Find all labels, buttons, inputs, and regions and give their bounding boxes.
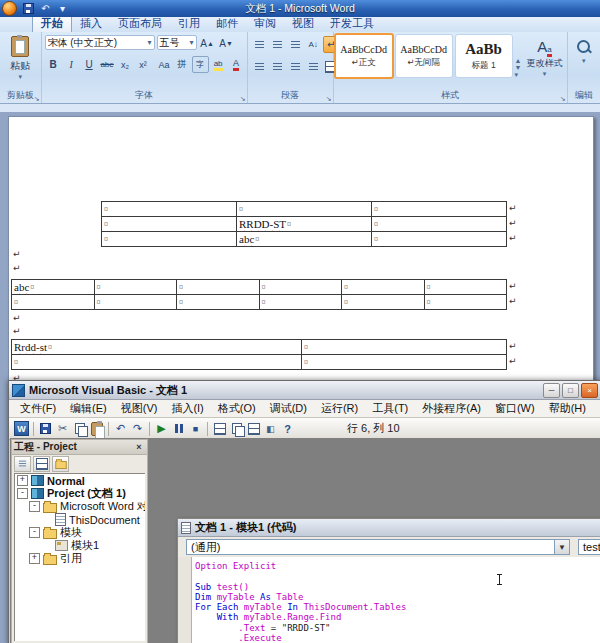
- table-cell[interactable]: ¤: [425, 295, 508, 310]
- collapse-icon[interactable]: -: [29, 501, 40, 512]
- reset-button[interactable]: ■: [187, 420, 204, 437]
- expand-icon[interactable]: +: [17, 475, 28, 486]
- copy-button[interactable]: [71, 420, 88, 437]
- tab-references[interactable]: 引用: [170, 15, 208, 32]
- run-button[interactable]: ▶: [153, 420, 170, 437]
- table-cell[interactable]: ¤: [372, 232, 507, 247]
- table-cell[interactable]: ¤: [342, 280, 425, 295]
- table-cell[interactable]: ¤: [12, 355, 302, 370]
- save-button[interactable]: [21, 2, 36, 15]
- view-word-button[interactable]: W: [13, 420, 30, 437]
- object-browser-button[interactable]: ◧: [262, 420, 279, 437]
- table-cell[interactable]: ¤: [12, 295, 95, 310]
- styles-more-icon[interactable]: ▾: [515, 71, 522, 79]
- view-object-button[interactable]: [33, 456, 50, 472]
- tab-page-layout[interactable]: 页面布局: [110, 15, 170, 32]
- table-cell[interactable]: abc¤: [12, 280, 95, 295]
- tab-review[interactable]: 审阅: [246, 15, 284, 32]
- maximize-button[interactable]: □: [562, 383, 579, 398]
- tab-mailings[interactable]: 邮件: [208, 15, 246, 32]
- code-margin-band[interactable]: [178, 557, 192, 643]
- strikethrough-button[interactable]: abe: [99, 56, 116, 73]
- table-cell[interactable]: ¤: [425, 280, 508, 295]
- table-cell[interactable]: ¤: [102, 202, 237, 217]
- table-cell[interactable]: ¤: [302, 355, 507, 370]
- project-explorer-button[interactable]: [228, 420, 245, 437]
- menu-run[interactable]: 运行(R): [314, 399, 365, 418]
- code-line[interactable]: Sub test(): [195, 582, 600, 592]
- decrease-indent-button[interactable]: [287, 36, 304, 53]
- font-name-combo[interactable]: 宋体 (中文正文)▾: [45, 35, 155, 50]
- table-cell[interactable]: ¤: [95, 295, 178, 310]
- align-center-button[interactable]: [269, 58, 286, 75]
- numbering-button[interactable]: [269, 36, 286, 53]
- character-border-button[interactable]: 字: [192, 56, 209, 73]
- code-window-title-bar[interactable]: 文档 1 - 模块1 (代码): [178, 519, 600, 537]
- styles-scroll-up-icon[interactable]: ▲: [515, 57, 522, 64]
- break-button[interactable]: [170, 420, 187, 437]
- editing-button[interactable]: ▾: [568, 32, 600, 65]
- minimize-button[interactable]: ─: [543, 383, 560, 398]
- close-button[interactable]: ×: [581, 383, 598, 398]
- office-button-icon[interactable]: [2, 1, 17, 16]
- redo-button[interactable]: ↷: [129, 420, 146, 437]
- menu-debug[interactable]: 调试(D): [263, 399, 314, 418]
- table-cell[interactable]: ¤: [95, 280, 178, 295]
- subscript-button[interactable]: x₂: [117, 56, 134, 73]
- dialog-launcher-icon[interactable]: ↘: [560, 95, 566, 102]
- vb-title-bar[interactable]: Microsoft Visual Basic - 文档 1 ─ □ ×: [9, 381, 600, 400]
- table-cell[interactable]: Rrdd-st¤: [12, 340, 302, 355]
- table-cell[interactable]: ¤: [237, 202, 372, 217]
- table-cell[interactable]: ¤: [372, 217, 507, 232]
- text-highlight-button[interactable]: ab: [210, 56, 227, 73]
- tab-developer[interactable]: 开发工具: [322, 15, 382, 32]
- table-cell[interactable]: ¤: [102, 217, 237, 232]
- dialog-launcher-icon[interactable]: ↘: [326, 95, 332, 102]
- table-cell[interactable]: RRDD-ST¤: [237, 217, 372, 232]
- object-combo[interactable]: (通用) ▼: [186, 539, 570, 555]
- table-cell[interactable]: ¤: [102, 232, 237, 247]
- paste-button[interactable]: 粘贴 ▾: [0, 32, 41, 81]
- menu-edit[interactable]: 编辑(E): [63, 399, 114, 418]
- undo-button[interactable]: ↶: [38, 2, 53, 15]
- code-editor[interactable]: Option Explicit Sub test()Dim myTable As…: [178, 557, 600, 643]
- expand-icon[interactable]: +: [29, 553, 40, 564]
- table-cell[interactable]: ¤: [342, 295, 425, 310]
- table-cell[interactable]: abc¤: [237, 232, 372, 247]
- shrink-font-button[interactable]: A▼: [218, 35, 235, 52]
- procedure-combo[interactable]: test ▼: [578, 539, 600, 555]
- code-line[interactable]: With myTable.Range.Find: [195, 612, 600, 622]
- tab-insert[interactable]: 插入: [72, 15, 110, 32]
- superscript-button[interactable]: x²: [135, 56, 152, 73]
- table-cell[interactable]: ¤: [177, 295, 260, 310]
- style-no-spacing[interactable]: AaBbCcDd ↵无间隔: [395, 34, 453, 78]
- menu-format[interactable]: 格式(O): [211, 399, 263, 418]
- project-panel-header[interactable]: 工程 - Project ×: [12, 440, 147, 455]
- qat-dropdown-button[interactable]: ▾: [55, 2, 70, 15]
- collapse-icon[interactable]: -: [29, 527, 40, 538]
- font-color-button[interactable]: A: [228, 56, 245, 73]
- menu-tools[interactable]: 工具(T): [365, 399, 415, 418]
- close-icon[interactable]: ×: [133, 442, 145, 452]
- tab-view[interactable]: 视图: [284, 15, 322, 32]
- code-line[interactable]: .Execute: [195, 633, 600, 643]
- align-right-button[interactable]: [287, 58, 304, 75]
- table-cell[interactable]: ¤: [260, 280, 343, 295]
- view-code-button[interactable]: [14, 456, 31, 472]
- table-cell[interactable]: ¤: [302, 340, 507, 355]
- menu-window[interactable]: 窗口(W): [488, 399, 542, 418]
- code-line[interactable]: .Text = "RRDD-ST": [195, 623, 600, 633]
- bullets-button[interactable]: [251, 36, 268, 53]
- save-button[interactable]: [37, 420, 54, 437]
- menu-addins[interactable]: 外接程序(A): [415, 399, 488, 418]
- cut-button[interactable]: ✂: [54, 420, 71, 437]
- italic-button[interactable]: I: [63, 56, 80, 73]
- help-button[interactable]: ?: [279, 420, 296, 437]
- style-normal[interactable]: AaBbCcDd ↵正文: [334, 33, 394, 79]
- menu-file[interactable]: 文件(F): [13, 399, 63, 418]
- paste-button[interactable]: [88, 420, 105, 437]
- table-cell[interactable]: ¤: [260, 295, 343, 310]
- tree-item-references[interactable]: + 引用: [15, 552, 145, 565]
- menu-insert[interactable]: 插入(I): [164, 399, 210, 418]
- code-line[interactable]: [195, 571, 600, 581]
